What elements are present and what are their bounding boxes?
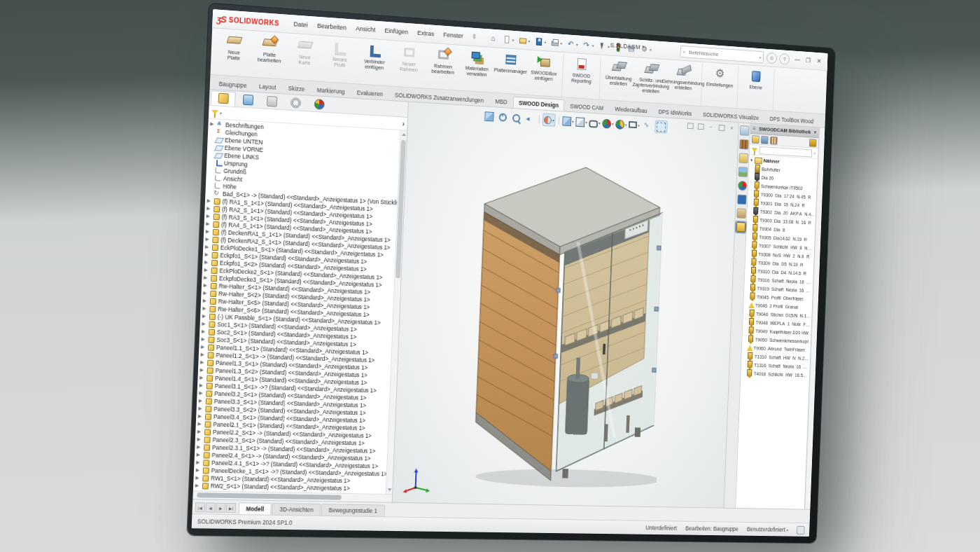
doc-minimize-button[interactable]: − [707,123,715,131]
tab-evaluieren[interactable]: Evaluieren [351,86,389,100]
menu-fenster[interactable]: Fenster [438,29,468,41]
taskpane-tab-appearances[interactable] [737,181,747,191]
expand-arrow-icon[interactable]: ▶ [200,352,205,357]
expand-arrow-icon[interactable]: ▶ [204,251,209,257]
feature-tab-property[interactable] [236,92,260,107]
expand-arrow-icon[interactable]: ▶ [195,483,200,488]
taskpane-tab-file-explorer[interactable] [738,153,748,163]
taskpane-tab-design-library[interactable] [739,139,749,150]
expand-arrow-icon[interactable]: ▶ [199,382,204,388]
study-tab-3d-ansichten[interactable]: 3D-Ansichten [272,503,321,516]
expand-arrow-icon[interactable]: ▶ [198,398,203,403]
hud-edit-appearance-button[interactable] [602,118,614,130]
expand-arrow-icon[interactable]: ▶ [204,267,209,272]
menu-bearbeiten[interactable]: Bearbeiten [312,20,351,34]
help-login-button[interactable]: ☺ [766,52,777,64]
panel-machine-button[interactable] [809,139,817,147]
tool-item[interactable]: T4018_Schlicht_HW_16.5_N.47_R [742,369,809,380]
qa-save-button[interactable] [533,35,548,48]
menu-ansicht[interactable]: Ansicht [351,22,380,36]
tab-nav-2[interactable]: ◀ [205,502,215,512]
expand-arrow-icon[interactable]: ▶ [200,367,204,373]
doc-restore-button[interactable] [718,123,726,132]
expand-arrow-icon[interactable]: ▶ [195,475,200,481]
hud-selection-box-button[interactable] [654,120,667,133]
expand-arrow-icon[interactable]: ▶ [195,460,200,465]
expand-arrow-icon[interactable]: ▶ [205,236,210,242]
ribbon-neue-platte[interactable]: Neue Platte [215,30,253,77]
expand-arrow-icon[interactable]: ▶ [204,259,209,265]
expand-arrow-icon[interactable]: ▶ [205,228,210,234]
qa-select-button[interactable] [596,40,611,53]
expand-arrow-icon[interactable]: ▶ [200,344,205,350]
menu-datei[interactable]: Datei [288,18,312,31]
feature-tab-config[interactable] [260,94,284,109]
restore-button[interactable]: ❐ [804,55,813,65]
expand-arrow-icon[interactable]: ▶ [200,359,204,365]
ribbon-verbinder-einfügen[interactable]: Verbinder einfügen [356,40,393,86]
ribbon-rahmen-bearbeiten[interactable]: Rahmen bearbeiten [425,44,461,90]
expand-arrow-icon[interactable]: ▶ [206,198,211,203]
ribbon-plattenmanager[interactable]: Plattenmanager [493,49,528,95]
menu-extras[interactable]: Extras [412,27,439,40]
hud-swood-curve-button[interactable] [642,120,654,132]
hud-section-view-button[interactable] [542,113,556,126]
taskpane-tab-swoodcam[interactable] [736,222,746,233]
ribbon-materialien-verwalten[interactable]: Materialien verwalten [459,47,495,92]
taskpane-tab-custom-props[interactable] [737,194,747,205]
expand-arrow-icon[interactable]: ▶ [197,429,202,434]
graphics-viewport[interactable]: −× [393,102,738,508]
panel-lib-button[interactable] [770,136,778,144]
tab-markierung[interactable]: Markierung [311,83,351,97]
command-search[interactable]: ⌕ ▾ [680,46,764,63]
qa-home-button[interactable] [486,32,499,45]
ribbon-überblattung-erstellen[interactable]: Überblattung erstellen [601,57,636,102]
ribbon-platte-bearbeiten[interactable]: Platte bearbeiten [251,32,288,79]
feature-tab-display[interactable] [307,97,330,111]
taskpane-tab-swood[interactable] [736,208,746,219]
tab-mbd[interactable]: MBD [489,95,513,108]
ribbon-ebene[interactable]: Ebene [739,66,772,110]
study-tab-bewegungsstudie-1[interactable]: Bewegungsstudie 1 [321,504,385,516]
doc-window-2-button[interactable] [696,122,705,130]
expand-arrow-icon[interactable]: ▶ [201,336,206,342]
qa-new-button[interactable] [500,33,516,46]
doc-close-button[interactable]: × [728,124,736,132]
scroll-thumb[interactable] [197,492,341,499]
expand-arrow-icon[interactable]: ▶ [201,329,206,334]
library-search-icon[interactable]: ⌕ [813,150,816,157]
hud-apply-scene-button[interactable] [615,118,627,130]
tab-skizze[interactable]: Skizze [282,81,312,95]
tab-nav-1[interactable]: |◀ [195,502,205,512]
feature-tab-dimxpert[interactable] [284,95,307,110]
close-button[interactable]: ✕ [814,56,824,66]
expand-arrow-icon[interactable]: ▶ [197,421,202,427]
model-3d[interactable] [465,136,670,494]
taskpane-tab-resources[interactable] [739,125,749,136]
expand-arrow-icon[interactable]: ▶ [202,305,206,311]
ribbon-einstellungen[interactable]: Einstellungen [703,64,736,108]
filter-icon[interactable] [211,110,218,115]
expand-arrow-icon[interactable]: ▶ [198,390,203,396]
qa-redo-button[interactable] [580,39,595,51]
expand-arrow-icon[interactable]: ▶ [202,313,206,319]
panel-pin-icon[interactable]: ▾ [813,130,817,136]
panel-add-button[interactable] [752,135,760,144]
hud-magnifier-button[interactable] [510,112,522,124]
expand-arrow-icon[interactable]: ▶ [202,298,207,303]
expand-arrow-icon[interactable]: ▶ [209,120,214,126]
expand-arrow-icon[interactable]: ▶ [204,244,209,249]
tab-nav-4[interactable]: ▶| [226,503,236,513]
search-dropdown-icon[interactable]: ▾ [760,55,762,60]
ribbon-swoodbox-einfügen[interactable]: SWOODBox einfügen [526,51,561,97]
help-help-button[interactable]: ? [779,53,790,64]
panel-save-button[interactable] [761,136,769,144]
expand-arrow-icon[interactable]: ▶ [198,406,203,411]
pin-icon[interactable]: ✎ [470,33,478,41]
filter-dropdown-icon[interactable]: ▾ [220,110,222,115]
taskpane-tab-view-palette[interactable] [738,167,748,177]
search-input[interactable] [687,48,757,60]
qa-undo-button[interactable] [564,38,580,50]
tab-nav-3[interactable]: ▶ [216,503,225,513]
study-tab-modell[interactable]: Modell [238,502,272,515]
